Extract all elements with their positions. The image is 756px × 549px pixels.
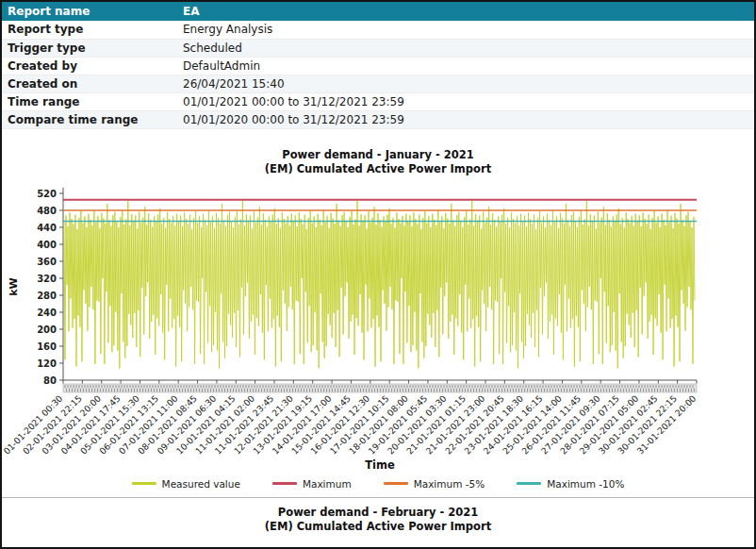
legend-swatch <box>272 482 297 485</box>
y-tick-label: 360 <box>37 256 57 266</box>
chart-section-february: Power demand - February - 2021 (EM) Cumu… <box>2 498 754 534</box>
report-row-value: Scheduled <box>177 39 754 57</box>
report-header-row: Report name EA <box>2 2 754 21</box>
chart-title: Power demand - January - 2021 <box>2 148 754 162</box>
report-row: Compare time range 01/01/2020 00:00 to 3… <box>2 110 754 128</box>
legend-swatch <box>384 482 408 485</box>
report-row-label: Time range <box>2 92 177 110</box>
y-tick-label: 80 <box>43 374 57 385</box>
report-window: Report name EA Report type Energy Analys… <box>0 0 756 549</box>
chart-section-january: Power demand - January - 2021 (EM) Cumul… <box>2 148 754 490</box>
next-chart-title: Power demand - February - 2021 <box>2 506 754 520</box>
y-tick-label: 160 <box>37 341 57 351</box>
report-row-label: Created by <box>2 57 177 75</box>
report-row-value: DefaultAdmin <box>177 57 754 75</box>
report-row: Report type Energy Analysis <box>2 21 754 39</box>
report-row-label: Compare time range <box>2 110 177 128</box>
chart-legend: Measured valueMaximumMaximum -5%Maximum … <box>2 478 754 490</box>
legend-item: Maximum <box>272 478 352 490</box>
report-row-value: 01/01/2020 00:00 to 31/12/2021 23:59 <box>177 110 754 128</box>
measured-value-series <box>64 201 695 368</box>
y-tick-label: 440 <box>37 222 57 232</box>
report-row: Time range 01/01/2021 00:00 to 31/12/202… <box>2 92 754 110</box>
y-tick-label: 320 <box>37 273 57 283</box>
report-row-label: Report type <box>2 21 177 39</box>
y-tick-label: 280 <box>37 290 57 300</box>
chart-subtitle: (EM) Cumulated Active Power Import <box>2 162 754 176</box>
y-axis-label: kW <box>8 277 20 295</box>
next-chart-subtitle: (EM) Cumulated Active Power Import <box>2 520 754 534</box>
legend-item: Measured value <box>132 478 240 490</box>
legend-label: Maximum -10% <box>547 478 624 490</box>
report-name-value: EA <box>177 2 754 21</box>
chart-range-scrollbar[interactable] <box>63 384 697 392</box>
y-tick-label: 520 <box>37 188 57 198</box>
x-axis-label: Time <box>365 458 395 472</box>
legend-label: Maximum -5% <box>414 478 485 490</box>
y-tick-label: 240 <box>37 307 57 317</box>
report-row-label: Created on <box>2 75 177 92</box>
report-row: Created by DefaultAdmin <box>2 57 754 75</box>
report-meta-table: Report name EA Report type Energy Analys… <box>2 2 754 129</box>
y-tick-label: 400 <box>37 239 57 249</box>
legend-item: Maximum -5% <box>384 478 485 490</box>
report-row-value: 26/04/2021 15:40 <box>177 75 754 92</box>
report-row-value: Energy Analysis <box>177 21 754 39</box>
legend-item: Maximum -10% <box>517 478 624 490</box>
y-tick-label: 120 <box>37 358 57 368</box>
report-row: Trigger type Scheduled <box>2 39 754 57</box>
report-row: Created on 26/04/2021 15:40 <box>2 75 754 92</box>
y-tick-label: 480 <box>37 205 57 215</box>
legend-label: Measured value <box>162 478 240 490</box>
legend-swatch <box>132 482 156 485</box>
report-row-value: 01/01/2021 00:00 to 31/12/2021 23:59 <box>177 92 754 110</box>
power-demand-chart: 80120160200240280320360400440480520kW01-… <box>2 176 756 476</box>
legend-label: Maximum <box>303 478 352 490</box>
y-tick-label: 200 <box>37 324 57 334</box>
legend-swatch <box>517 482 541 485</box>
report-name-label: Report name <box>2 2 177 21</box>
report-row-label: Trigger type <box>2 39 177 57</box>
